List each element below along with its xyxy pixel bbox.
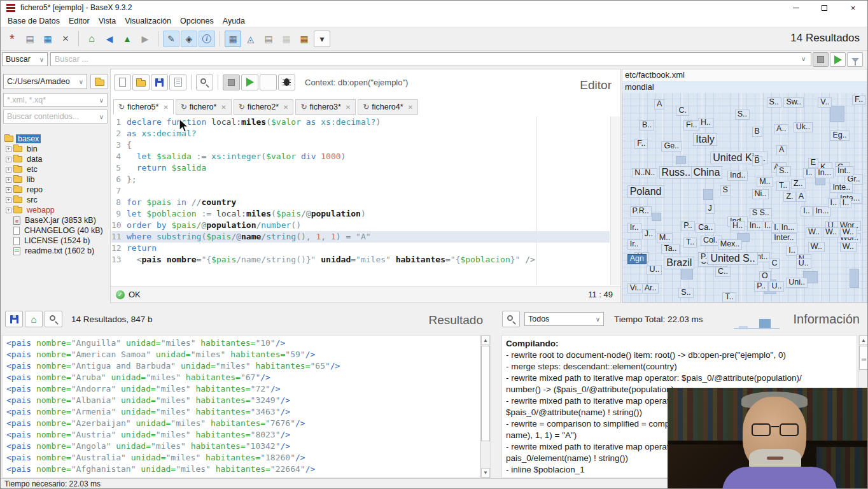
treemap-cell-a[interactable]: A.. [774,124,788,134]
stop-query-button[interactable] [223,74,240,90]
tab-fichero4[interactable]: ↻fichero4*✕ [358,99,418,115]
tree-item-src[interactable]: +src [2,195,109,205]
open-database-button[interactable]: ▤ [22,31,38,47]
browse-folder-button[interactable] [90,74,108,89]
info-search-button[interactable] [502,311,520,327]
treemap-cell-inter[interactable]: Inter.. [771,233,796,243]
path-combobox[interactable]: C:/Users/Amadeo ∨ [3,74,87,89]
scrollbar-thumb[interactable] [481,346,490,441]
menu-visualizaci-n[interactable]: Visualización [120,17,176,25]
view-grid-button[interactable]: ▦ [278,31,295,47]
search-history-chevron-icon[interactable]: ∨ [801,55,806,62]
treemap-cell-w[interactable]: W.. [808,242,825,252]
treemap-cell-t[interactable]: T.. [683,237,697,248]
treemap-cell-p[interactable]: P.. [754,281,768,292]
treemap-cell-fi[interactable]: Fi.. [683,120,699,131]
close-button[interactable]: × [839,1,867,15]
treemap-cell-m[interactable]: M.. [657,233,673,243]
go-forward-button[interactable]: ▶ [137,31,153,47]
treemap-cell-b[interactable]: B.. [640,120,654,131]
explore-button[interactable]: ◈ [181,31,197,47]
tree-item-changelog[interactable]: CHANGELOG (40 kB) [2,225,109,236]
treemap-cell-a[interactable]: A [776,145,787,155]
treemap-cell-s[interactable]: S [720,185,731,195]
expand-icon[interactable]: + [6,177,11,183]
minimize-button[interactable] [781,1,810,15]
new-file-button[interactable] [114,74,131,90]
tab-fichero2[interactable]: ↻fichero2*✕ [234,99,294,115]
tab-fichero5[interactable]: ↻fichero5*✕ [113,99,174,115]
treemap-cell-j[interactable]: J [706,204,715,214]
close-tab-icon[interactable]: ✕ [408,104,413,111]
scroll-up-icon[interactable]: ▲ [859,336,868,345]
close-tab-icon[interactable]: ✕ [163,104,168,111]
info-view-button[interactable]: i [199,31,215,47]
search-stop-button[interactable] [813,52,829,67]
expand-icon[interactable]: + [6,146,11,152]
treemap-cell-ind[interactable]: Ind.. [727,171,748,181]
treemap-cell-ca[interactable]: Ca.. [696,223,715,233]
treemap-cell-h[interactable]: H.. [698,118,713,128]
tree-item-basex.jar[interactable]: ≋BaseX.jar (3853 kB) [2,215,109,225]
treemap[interactable]: AC.H..S..S..Sw..V..F..B..Fi..BA..Uk..Eg.… [622,93,867,302]
expand-icon[interactable]: + [6,187,11,193]
treemap-cell-uk[interactable]: Uk.. [794,122,813,132]
treemap-cell-poland[interactable]: Poland [627,185,664,198]
treemap-cell-f[interactable]: F.. [852,95,865,105]
treemap-cell-uniteds[interactable]: United S.. [708,252,757,265]
debug-button[interactable] [278,74,295,90]
expand-icon[interactable]: + [6,197,11,203]
treemap-cell-i[interactable]: I.. [840,198,851,208]
tree-item-bin[interactable]: +bin [2,144,109,154]
treemap-cell-pr[interactable]: P.R.. [630,206,652,216]
menu-vista[interactable]: Vista [94,17,121,25]
treemap-cell-eg[interactable]: Eg.. [830,131,849,141]
result-search-button[interactable] [45,311,62,327]
view-map-button[interactable]: ▦ [225,31,241,47]
tree-item-webapp[interactable]: +webapp [2,205,109,215]
treemap-cell-w[interactable]: W.. [840,242,857,252]
treemap-cell-ss[interactable]: S S.. [750,208,772,218]
search-input[interactable] [50,52,811,66]
treemap-cell-italy[interactable]: Italy [693,133,717,146]
treemap-cell-u[interactable]: U.. [796,259,811,269]
open-file-button[interactable] [132,74,150,90]
treemap-cell-ar[interactable]: Ar.. [642,283,659,294]
treemap-cell-e[interactable]: E [808,158,818,168]
treemap-cell-p[interactable]: P.. [681,221,695,231]
treemap-cell-china[interactable]: China [691,166,723,179]
contents-search-combobox[interactable]: Buscar contenidos... ∨ [3,110,108,124]
treemap-cell-w[interactable]: W.. [806,227,822,237]
treemap-cell-a[interactable]: A [796,192,806,202]
treemap-cell-s[interactable]: S.. [678,288,693,298]
treemap-cell-sw[interactable]: Sw.. [783,97,804,108]
result-list[interactable]: <pais nombre="Anguilla" unidad="miles" h… [2,335,480,478]
treemap-cell-s[interactable]: S.. [776,166,791,176]
treemap-cell-j[interactable]: J.. [642,229,655,239]
menu-base-de-datos[interactable]: Base de Datos [3,17,64,25]
menu-editor[interactable]: Editor [64,17,94,25]
treemap-cell-nn[interactable]: N..N.. [632,168,657,178]
scroll-down-icon[interactable]: ▼ [481,468,490,478]
save-file-button[interactable] [151,74,168,90]
treemap-cell-in[interactable]: In.. [747,221,763,231]
scrollbar-thumb[interactable] [859,346,868,370]
treemap-cell-inte[interactable]: Inte.. [830,183,853,193]
treemap-cell-m[interactable]: M.. [757,177,773,187]
result-home-button[interactable]: ⌂ [25,311,43,327]
treemap-cell-o[interactable]: O [759,271,771,281]
treemap-cell-i[interactable]: I.. [828,198,839,208]
search-filter-button[interactable] [847,52,863,67]
tree-item-repo[interactable]: +repo [2,185,109,195]
treemap-cell-b[interactable]: B [752,156,762,166]
treemap-cell-c[interactable]: C. [676,106,689,116]
treemap-cell-s[interactable]: S.. [767,97,781,108]
treemap-cell-ge[interactable]: Ge.. [661,141,682,152]
treemap-cell-ta[interactable]: Ta.. [661,244,679,254]
treemap-cell-i[interactable]: I.. [803,168,815,178]
treemap-cell-ir[interactable]: Ir.. [627,223,641,233]
treemap-cell-u[interactable]: U.. [647,265,662,275]
info-filter-select[interactable]: Todos ∨ [524,312,604,326]
treemap-cell-a[interactable]: A [654,99,664,110]
treemap-cell-int[interactable]: Int.. [835,166,853,176]
